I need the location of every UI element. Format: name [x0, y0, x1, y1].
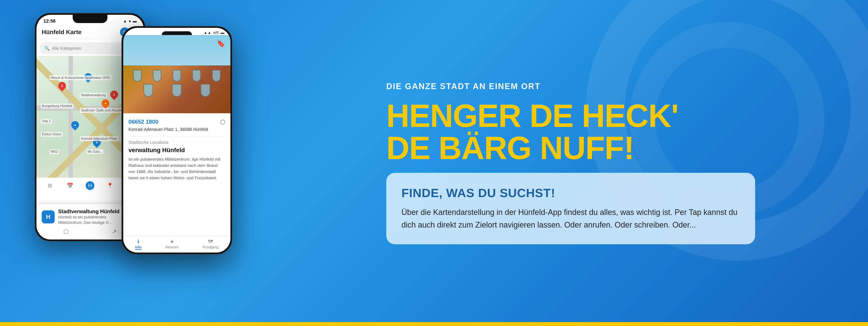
front-place-title: verwaltung Hünfeld: [128, 147, 225, 154]
signal-icon: ▲: [123, 19, 127, 24]
phones-section: 12:56 ▲ ● ▬ Hünfeld Karte ⊞ ☰: [0, 0, 369, 326]
nav-home-icon[interactable]: H: [86, 181, 94, 190]
rundgang-icon: 🗺: [208, 239, 213, 244]
front-phone-number[interactable]: 06652 1800: [128, 118, 208, 125]
building-facade: [123, 65, 230, 113]
map-label-6: Konrad-Adenauer-Platz: [80, 136, 118, 141]
search-icon: 🔍: [44, 46, 50, 51]
wifi-icon: ●: [129, 19, 131, 24]
building-windows-row: [123, 65, 230, 82]
content-wrapper: 12:56 ▲ ● ▬ Hünfeld Karte ⊞ ☰: [0, 0, 868, 326]
headline: HENGER DE HECK' DE BÄRG NUFF!: [386, 100, 842, 164]
window-4: [192, 70, 201, 82]
front-section-label: Städtische Locations: [128, 140, 225, 145]
sky: [123, 35, 230, 70]
nav-grid-icon[interactable]: ⊞: [45, 181, 54, 190]
nav-location-icon[interactable]: 📍: [106, 181, 114, 190]
bottom-stripe: [0, 322, 868, 326]
map-label-2: Burgerburg Hünfeld: [41, 104, 73, 108]
text-section: DIE GANZE STADT AN EINEM ORT HENGER DE H…: [369, 64, 868, 262]
info-box: FINDE, WAS DU SUCHST! Über die Kartendar…: [386, 173, 755, 244]
map-label-5: Eiskur Dolce: [41, 132, 62, 137]
window-2: [153, 70, 161, 82]
headline-line1: HENGER DE HECK': [386, 100, 842, 132]
front-battery: ▬: [220, 30, 224, 35]
info-box-title: FINDE, WAS DU SUCHST!: [401, 186, 740, 200]
search-text: Alle Kategorien: [52, 46, 82, 51]
window-arch-2: [172, 84, 182, 97]
tab-rundgang-label: Rundgang: [203, 245, 219, 249]
window-1: [133, 70, 142, 82]
nav-icon-navigate[interactable]: ⬡: [63, 228, 69, 235]
map-label-8: NKD: [50, 149, 59, 154]
building-windows-row2: [123, 82, 230, 97]
bookmark-icon[interactable]: 🔖: [217, 39, 225, 48]
info-icon: ℹ: [137, 239, 139, 244]
phone-back-title: Hünfeld Karte: [42, 29, 82, 36]
status-icons: ▲ ● ▬: [123, 19, 137, 24]
map-pin-2[interactable]: 2: [57, 80, 68, 91]
front-wifi: wifi: [213, 30, 219, 35]
phone-front-inner: ▲▲ wifi ▬: [123, 28, 230, 252]
map-pin-3[interactable]: ●: [100, 98, 111, 109]
phone-front: ▲▲ wifi ▬: [122, 26, 232, 254]
window-arch-1: [144, 84, 153, 97]
nav-calendar-icon[interactable]: 📅: [66, 181, 74, 190]
front-address: Konrad-Adenauer-Platz 1, 36088 Hünfeld: [128, 127, 208, 132]
bottom-card-title: Stadtverwaltung Hünfeld: [58, 209, 131, 215]
tagline-small: DIE GANZE STADT AN EINEM ORT: [386, 82, 842, 91]
aktionen-icon: ★: [170, 239, 174, 244]
bottom-card-icon: H: [42, 210, 55, 223]
front-tab-bar: ℹ Info ★ Aktionen 🗺 Rundgang: [123, 236, 230, 252]
map-label-7: Stadtverwaltung: [80, 93, 107, 98]
map-pin-4[interactable]: ●: [70, 119, 81, 131]
bottom-card-text: Stadtverwaltung Hünfeld Hünfeld ist ein …: [58, 209, 131, 225]
status-time: 12:56: [43, 18, 56, 24]
tab-info[interactable]: ℹ Info: [135, 239, 142, 250]
nav-icon-share[interactable]: ↗: [112, 228, 117, 235]
window-5: [212, 70, 221, 82]
window-arch-3: [200, 84, 210, 97]
tab-rundgang[interactable]: 🗺 Rundgang: [203, 239, 219, 250]
tab-info-label: Info: [135, 245, 142, 250]
front-info-row: 06652 1800 Konrad-Adenauer-Platz 1, 3608…: [128, 118, 225, 133]
battery-icon: ▬: [133, 19, 137, 24]
building-image: 🔖: [123, 35, 230, 113]
place-name-prefix: v: [128, 147, 132, 154]
headline-line2: DE BÄRG NUFF!: [386, 132, 842, 164]
map-label-4: Vita 2: [41, 119, 52, 124]
map-pin-6[interactable]: 2: [109, 89, 120, 100]
info-box-body: Über die Kartendarstellung in der Hünfel…: [401, 206, 740, 231]
front-content: 06652 1800 Konrad-Adenauer-Platz 1, 3608…: [123, 113, 230, 186]
phone-back-notch: [73, 15, 107, 23]
share-button[interactable]: ⬡: [220, 118, 225, 126]
map-label-1: Hirsch & Kretzschmer Apotheken OHG: [50, 75, 112, 80]
front-body-text: ist ein pulsierendes Mittelzentrum. iige…: [128, 156, 225, 181]
front-contact-info: 06652 1800 Konrad-Adenauer-Platz 1, 3608…: [128, 118, 208, 133]
map-label-9: Mc Geo...: [86, 149, 103, 154]
bottom-card-desc: Hünfeld ist ein pulsierendes Mittelzentr…: [58, 215, 131, 225]
tab-aktionen[interactable]: ★ Aktionen: [165, 239, 179, 250]
tab-aktionen-label: Aktionen: [165, 245, 179, 249]
front-signal: ▲▲: [204, 30, 211, 35]
window-3: [173, 70, 181, 82]
